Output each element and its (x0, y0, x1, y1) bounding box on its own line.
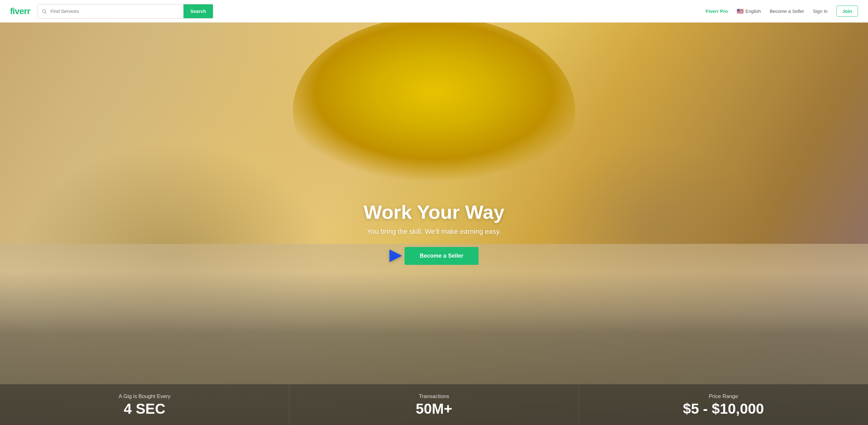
stat-label-gig: A Gig is Bought Every (119, 393, 170, 400)
nav-links: Fiverr Pro 🇺🇸 English Become a Seller Si… (706, 6, 858, 17)
hero-cta-row: Become a Seller (390, 247, 478, 265)
arrow-indicator (390, 250, 402, 262)
become-seller-button[interactable]: Become a Seller (405, 247, 478, 265)
header: fiverr Search Fiverr Pro 🇺🇸 English Beco… (0, 0, 868, 23)
hero-content: Work Your Way You bring the skill. We'll… (364, 201, 504, 264)
stats-bar: A Gig is Bought Every 4 SEC Transactions… (0, 384, 868, 425)
nav-language[interactable]: 🇺🇸 English (737, 8, 761, 15)
stat-value-transactions: 50M+ (416, 401, 452, 416)
hero-title: Work Your Way (364, 201, 504, 223)
logo[interactable]: fiverr (10, 6, 30, 16)
blue-arrow-icon (390, 250, 402, 262)
stat-label-transactions: Transactions (419, 393, 450, 400)
nav-fiverr-pro[interactable]: Fiverr Pro (706, 8, 728, 14)
shirt-blob (293, 23, 575, 204)
stat-value-gig: 4 SEC (124, 401, 165, 416)
nav-join-button[interactable]: Join (836, 6, 858, 17)
svg-line-1 (45, 12, 46, 13)
flag-icon: 🇺🇸 (737, 8, 744, 15)
stat-item-gig: A Gig is Bought Every 4 SEC (0, 384, 289, 425)
search-bar: Search (38, 4, 213, 19)
search-icon (38, 9, 51, 14)
stat-item-price: Price Range $5 - $10,000 (579, 384, 868, 425)
search-button[interactable]: Search (183, 4, 213, 19)
nav-sign-in[interactable]: Sign In (813, 8, 828, 14)
stat-value-price: $5 - $10,000 (683, 401, 764, 416)
search-input[interactable] (51, 8, 183, 14)
stat-item-transactions: Transactions 50M+ (289, 384, 579, 425)
hero-section: Work Your Way You bring the skill. We'll… (0, 23, 868, 425)
hero-subtitle: You bring the skill. We'll make earning … (367, 228, 501, 236)
nav-become-seller[interactable]: Become a Seller (770, 8, 804, 14)
logo-text: fiverr (10, 6, 30, 16)
stat-label-price: Price Range (709, 393, 738, 400)
